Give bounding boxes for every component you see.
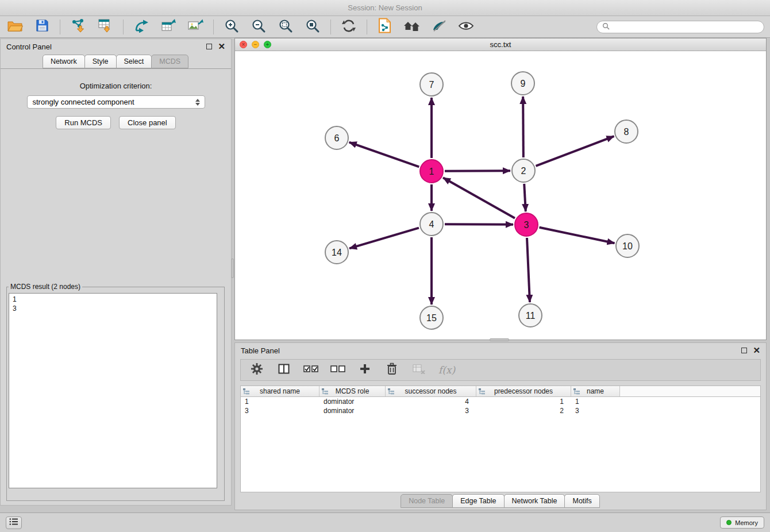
new-network-button[interactable]	[132, 18, 151, 36]
network-graph[interactable]: 7968124314101511	[235, 51, 766, 340]
graph-edge-2-9[interactable]	[523, 97, 523, 157]
zoom-selected-button[interactable]	[303, 18, 322, 36]
refresh-view-button[interactable]	[340, 18, 358, 36]
style-brush-button[interactable]	[430, 18, 448, 36]
open-session-button[interactable]	[6, 18, 24, 36]
column-header-shared-name[interactable]: shared name	[241, 386, 319, 396]
table-cell[interactable]: dominator	[319, 398, 386, 406]
network-arrows-icon	[134, 19, 149, 35]
delete-row-button[interactable]	[384, 361, 399, 379]
panel-toggle-button[interactable]	[6, 516, 22, 529]
network-window-title: scc.txt	[235, 40, 766, 49]
float-table-panel-icon[interactable]	[741, 348, 747, 353]
vertical-splitter-grip[interactable]	[231, 259, 234, 278]
column-header-successor-nodes[interactable]: successor nodes	[386, 386, 476, 396]
table-cell[interactable]: 3	[241, 407, 319, 415]
graph-edge-1-6[interactable]	[349, 142, 419, 167]
graph-node-10[interactable]	[616, 234, 639, 257]
save-session-button[interactable]	[33, 18, 51, 36]
search-input[interactable]	[613, 23, 759, 31]
zoom-selected-icon	[305, 18, 320, 36]
graph-node-9[interactable]	[511, 72, 534, 95]
column-header-predecessor-nodes[interactable]: predecessor nodes	[476, 386, 571, 396]
select-all-columns-button[interactable]	[303, 361, 318, 379]
graph-node-15[interactable]	[420, 306, 443, 329]
table-options-button[interactable]	[249, 361, 264, 379]
import-table-button[interactable]	[96, 18, 114, 36]
column-header-MCDS-role[interactable]: MCDS role	[319, 386, 386, 396]
function-builder-button[interactable]: f(x)	[438, 364, 455, 376]
memory-button[interactable]: Memory	[720, 516, 764, 529]
graph-edge-2-3[interactable]	[524, 184, 526, 211]
table-cell[interactable]: dominator	[319, 407, 386, 415]
tab-network-table[interactable]: Network Table	[504, 494, 565, 508]
graph-node-4[interactable]	[420, 213, 443, 236]
horizontal-splitter-grip[interactable]	[490, 338, 509, 341]
network-canvas[interactable]: 7968124314101511	[235, 51, 766, 340]
table-cell[interactable]: 3	[386, 407, 476, 415]
column-header-name[interactable]: name	[571, 386, 620, 396]
deselect-all-columns-button[interactable]	[330, 361, 345, 379]
zoom-in-button[interactable]	[222, 18, 241, 36]
tab-motifs[interactable]: Motifs	[564, 494, 599, 508]
tab-mcds[interactable]: MCDS	[151, 55, 188, 68]
tab-select[interactable]: Select	[116, 55, 152, 68]
tab-network[interactable]: Network	[43, 55, 85, 68]
zoom-fit-button[interactable]	[276, 18, 295, 36]
table-cell[interactable]: 4	[386, 398, 476, 406]
graph-node-14[interactable]	[325, 241, 348, 264]
mcds-result-list[interactable]: 13	[9, 293, 217, 488]
table-panel-title: Table Panel	[241, 346, 280, 355]
graph-edge-3-1[interactable]	[443, 178, 515, 218]
table-cell[interactable]: 3	[571, 407, 620, 415]
graph-node-6[interactable]	[325, 126, 348, 149]
import-network-button[interactable]	[69, 18, 87, 36]
table-cell[interactable]: 1	[241, 398, 319, 406]
tab-style[interactable]: Style	[84, 55, 117, 68]
graph-edge-2-8[interactable]	[536, 136, 614, 166]
home-button[interactable]	[403, 18, 421, 36]
maximize-window-button[interactable]: +	[264, 41, 271, 48]
graph-node-11[interactable]	[519, 304, 542, 327]
graph-edge-4-3[interactable]	[445, 224, 513, 225]
zoom-out-button[interactable]	[249, 18, 268, 36]
float-panel-icon[interactable]	[206, 44, 212, 49]
toolbar-separator	[213, 20, 214, 34]
graph-edge-1-2[interactable]	[445, 171, 510, 171]
show-columns-button[interactable]	[276, 361, 291, 379]
show-hide-graphics-button[interactable]	[457, 18, 475, 36]
tab-node-table[interactable]: Node Table	[401, 494, 453, 508]
sort-icon	[479, 388, 485, 395]
table-cell[interactable]: 1	[571, 398, 620, 406]
list-icon	[9, 518, 18, 528]
table-panel-header: Table Panel ✕	[235, 343, 766, 358]
gear-icon	[251, 363, 263, 377]
close-window-button[interactable]: ×	[240, 41, 247, 48]
table-row[interactable]: 3dominator323	[241, 406, 760, 415]
mcds-panel-body: Optimization criterion: strongly connect…	[1, 82, 231, 129]
open-network-file-button[interactable]	[376, 18, 394, 36]
table-cell[interactable]: 2	[476, 407, 571, 415]
close-panel-icon[interactable]: ✕	[218, 43, 225, 50]
graph-node-2[interactable]	[512, 159, 535, 182]
tab-edge-table[interactable]: Edge Table	[452, 494, 504, 508]
close-table-panel-icon[interactable]: ✕	[753, 347, 760, 354]
graph-edge-4-14[interactable]	[349, 228, 419, 249]
graph-node-1[interactable]	[420, 160, 443, 183]
close-panel-button[interactable]: Close panel	[119, 116, 176, 129]
optimization-criterion-select[interactable]: strongly connected component	[27, 95, 205, 109]
graph-node-3[interactable]	[515, 213, 538, 236]
graph-edge-3-11[interactable]	[527, 238, 530, 302]
add-row-button[interactable]	[357, 361, 372, 379]
open-folder-icon	[7, 20, 23, 34]
run-mcds-button[interactable]: Run MCDS	[56, 116, 111, 129]
graph-node-8[interactable]	[615, 120, 638, 143]
table-row[interactable]: 1dominator411	[241, 397, 760, 406]
table-cell[interactable]: 1	[476, 398, 571, 406]
mcds-result-title: MCDS result (2 nodes)	[9, 283, 82, 291]
minimize-window-button[interactable]: −	[252, 41, 259, 48]
export-image-button[interactable]	[186, 18, 205, 36]
graph-node-7[interactable]	[420, 73, 443, 96]
export-table-button[interactable]	[159, 18, 178, 36]
graph-edge-3-10[interactable]	[540, 228, 615, 244]
